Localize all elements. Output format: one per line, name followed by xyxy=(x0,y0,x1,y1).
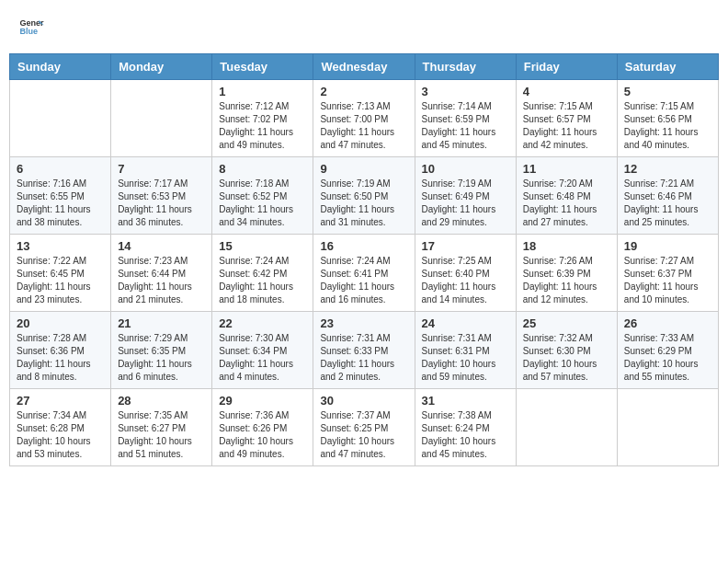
calendar-cell xyxy=(617,389,718,466)
day-number: 18 xyxy=(523,239,610,253)
day-info: Sunrise: 7:23 AMSunset: 6:44 PMDaylight:… xyxy=(118,255,205,306)
day-number: 24 xyxy=(422,316,509,330)
svg-text:Blue: Blue xyxy=(19,27,38,36)
weekday-header-sunday: Sunday xyxy=(10,54,111,80)
calendar-cell: 25Sunrise: 7:32 AMSunset: 6:30 PMDayligh… xyxy=(516,312,617,389)
page-header: General Blue xyxy=(9,9,719,44)
day-info: Sunrise: 7:37 AMSunset: 6:25 PMDaylight:… xyxy=(320,409,407,461)
day-number: 13 xyxy=(17,239,104,253)
weekday-header-monday: Monday xyxy=(111,54,212,80)
day-info: Sunrise: 7:13 AMSunset: 7:00 PMDaylight:… xyxy=(320,100,407,152)
day-number: 19 xyxy=(624,239,711,253)
day-number: 26 xyxy=(624,316,711,330)
calendar-cell: 30Sunrise: 7:37 AMSunset: 6:25 PMDayligh… xyxy=(313,389,415,466)
calendar-cell: 2Sunrise: 7:13 AMSunset: 7:00 PMDaylight… xyxy=(313,80,415,157)
day-info: Sunrise: 7:20 AMSunset: 6:48 PMDaylight:… xyxy=(523,178,610,229)
weekday-header-wednesday: Wednesday xyxy=(313,54,415,80)
weekday-header-thursday: Thursday xyxy=(415,54,516,80)
day-info: Sunrise: 7:14 AMSunset: 6:59 PMDaylight:… xyxy=(422,100,509,152)
calendar-cell: 31Sunrise: 7:38 AMSunset: 6:24 PMDayligh… xyxy=(415,389,516,466)
day-info: Sunrise: 7:29 AMSunset: 6:35 PMDaylight:… xyxy=(118,332,205,384)
day-info: Sunrise: 7:19 AMSunset: 6:50 PMDaylight:… xyxy=(320,178,407,229)
calendar-cell: 26Sunrise: 7:33 AMSunset: 6:29 PMDayligh… xyxy=(617,312,718,389)
calendar-cell: 28Sunrise: 7:35 AMSunset: 6:27 PMDayligh… xyxy=(111,389,212,466)
day-number: 14 xyxy=(118,239,205,253)
calendar-cell xyxy=(516,389,617,466)
day-number: 2 xyxy=(320,85,407,98)
day-info: Sunrise: 7:30 AMSunset: 6:34 PMDaylight:… xyxy=(219,332,306,384)
day-info: Sunrise: 7:15 AMSunset: 6:56 PMDaylight:… xyxy=(624,100,711,152)
week-row-5: 27Sunrise: 7:34 AMSunset: 6:28 PMDayligh… xyxy=(10,389,719,466)
calendar-cell: 3Sunrise: 7:14 AMSunset: 6:59 PMDaylight… xyxy=(415,80,516,157)
day-number: 28 xyxy=(118,394,205,408)
calendar-cell xyxy=(111,80,212,157)
day-number: 25 xyxy=(523,316,610,330)
day-number: 11 xyxy=(523,162,610,176)
week-row-1: 1Sunrise: 7:12 AMSunset: 7:02 PMDaylight… xyxy=(10,80,719,157)
day-info: Sunrise: 7:31 AMSunset: 6:31 PMDaylight:… xyxy=(422,332,509,384)
day-info: Sunrise: 7:16 AMSunset: 6:55 PMDaylight:… xyxy=(17,178,104,229)
day-info: Sunrise: 7:33 AMSunset: 6:29 PMDaylight:… xyxy=(624,332,711,384)
day-number: 3 xyxy=(422,85,509,98)
calendar-cell: 9Sunrise: 7:19 AMSunset: 6:50 PMDaylight… xyxy=(313,157,415,235)
calendar-cell: 8Sunrise: 7:18 AMSunset: 6:52 PMDaylight… xyxy=(212,157,313,235)
calendar-cell xyxy=(10,80,111,157)
day-number: 22 xyxy=(219,316,306,330)
calendar-cell: 15Sunrise: 7:24 AMSunset: 6:42 PMDayligh… xyxy=(212,235,313,312)
day-number: 23 xyxy=(320,316,407,330)
day-info: Sunrise: 7:27 AMSunset: 6:37 PMDaylight:… xyxy=(624,255,711,306)
day-info: Sunrise: 7:12 AMSunset: 7:02 PMDaylight:… xyxy=(219,100,306,152)
calendar-cell: 27Sunrise: 7:34 AMSunset: 6:28 PMDayligh… xyxy=(10,389,111,466)
calendar-cell: 7Sunrise: 7:17 AMSunset: 6:53 PMDaylight… xyxy=(111,157,212,235)
week-row-3: 13Sunrise: 7:22 AMSunset: 6:45 PMDayligh… xyxy=(10,235,719,312)
week-row-4: 20Sunrise: 7:28 AMSunset: 6:36 PMDayligh… xyxy=(10,312,719,389)
calendar-cell: 10Sunrise: 7:19 AMSunset: 6:49 PMDayligh… xyxy=(415,157,516,235)
logo: General Blue xyxy=(18,14,48,40)
day-number: 12 xyxy=(624,162,711,176)
calendar-cell: 20Sunrise: 7:28 AMSunset: 6:36 PMDayligh… xyxy=(10,312,111,389)
day-number: 30 xyxy=(320,394,407,408)
day-info: Sunrise: 7:38 AMSunset: 6:24 PMDaylight:… xyxy=(422,409,509,461)
day-number: 4 xyxy=(523,85,610,98)
day-info: Sunrise: 7:26 AMSunset: 6:39 PMDaylight:… xyxy=(523,255,610,306)
calendar-cell: 22Sunrise: 7:30 AMSunset: 6:34 PMDayligh… xyxy=(212,312,313,389)
day-info: Sunrise: 7:21 AMSunset: 6:46 PMDaylight:… xyxy=(624,178,711,229)
day-number: 16 xyxy=(320,239,407,253)
weekday-header-friday: Friday xyxy=(516,54,617,80)
calendar-cell: 24Sunrise: 7:31 AMSunset: 6:31 PMDayligh… xyxy=(415,312,516,389)
day-info: Sunrise: 7:31 AMSunset: 6:33 PMDaylight:… xyxy=(320,332,407,384)
day-info: Sunrise: 7:28 AMSunset: 6:36 PMDaylight:… xyxy=(17,332,104,384)
calendar-cell: 5Sunrise: 7:15 AMSunset: 6:56 PMDaylight… xyxy=(617,80,718,157)
day-info: Sunrise: 7:19 AMSunset: 6:49 PMDaylight:… xyxy=(422,178,509,229)
calendar-cell: 6Sunrise: 7:16 AMSunset: 6:55 PMDaylight… xyxy=(10,157,111,235)
calendar-cell: 19Sunrise: 7:27 AMSunset: 6:37 PMDayligh… xyxy=(617,235,718,312)
day-info: Sunrise: 7:15 AMSunset: 6:57 PMDaylight:… xyxy=(523,100,610,152)
day-info: Sunrise: 7:24 AMSunset: 6:42 PMDaylight:… xyxy=(219,255,306,306)
day-number: 9 xyxy=(320,162,407,176)
calendar-cell: 13Sunrise: 7:22 AMSunset: 6:45 PMDayligh… xyxy=(10,235,111,312)
day-number: 10 xyxy=(422,162,509,176)
calendar-table: SundayMondayTuesdayWednesdayThursdayFrid… xyxy=(9,53,719,466)
calendar-cell: 12Sunrise: 7:21 AMSunset: 6:46 PMDayligh… xyxy=(617,157,718,235)
day-number: 5 xyxy=(624,85,711,98)
weekday-header-row: SundayMondayTuesdayWednesdayThursdayFrid… xyxy=(10,54,719,80)
day-number: 15 xyxy=(219,239,306,253)
day-number: 6 xyxy=(17,162,104,176)
weekday-header-tuesday: Tuesday xyxy=(212,54,313,80)
calendar-cell: 11Sunrise: 7:20 AMSunset: 6:48 PMDayligh… xyxy=(516,157,617,235)
day-info: Sunrise: 7:24 AMSunset: 6:41 PMDaylight:… xyxy=(320,255,407,306)
calendar-cell: 4Sunrise: 7:15 AMSunset: 6:57 PMDaylight… xyxy=(516,80,617,157)
day-number: 7 xyxy=(118,162,205,176)
day-number: 27 xyxy=(17,394,104,408)
day-number: 29 xyxy=(219,394,306,408)
calendar-cell: 23Sunrise: 7:31 AMSunset: 6:33 PMDayligh… xyxy=(313,312,415,389)
day-number: 21 xyxy=(118,316,205,330)
day-info: Sunrise: 7:35 AMSunset: 6:27 PMDaylight:… xyxy=(118,409,205,461)
calendar-cell: 17Sunrise: 7:25 AMSunset: 6:40 PMDayligh… xyxy=(415,235,516,312)
calendar-cell: 16Sunrise: 7:24 AMSunset: 6:41 PMDayligh… xyxy=(313,235,415,312)
day-info: Sunrise: 7:22 AMSunset: 6:45 PMDaylight:… xyxy=(17,255,104,306)
day-info: Sunrise: 7:25 AMSunset: 6:40 PMDaylight:… xyxy=(422,255,509,306)
day-info: Sunrise: 7:17 AMSunset: 6:53 PMDaylight:… xyxy=(118,178,205,229)
day-number: 31 xyxy=(422,394,509,408)
day-info: Sunrise: 7:32 AMSunset: 6:30 PMDaylight:… xyxy=(523,332,610,384)
